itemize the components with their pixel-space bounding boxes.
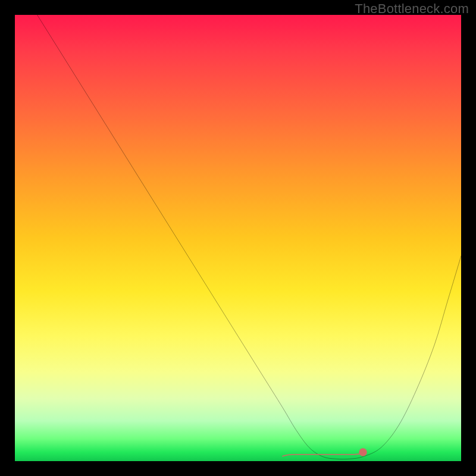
plot-area [15,15,461,461]
optimal-flat-region [15,15,461,461]
chart-stage: TheBottleneck.com [0,0,476,476]
svg-point-0 [359,448,367,456]
watermark-text: TheBottleneck.com [355,1,469,17]
